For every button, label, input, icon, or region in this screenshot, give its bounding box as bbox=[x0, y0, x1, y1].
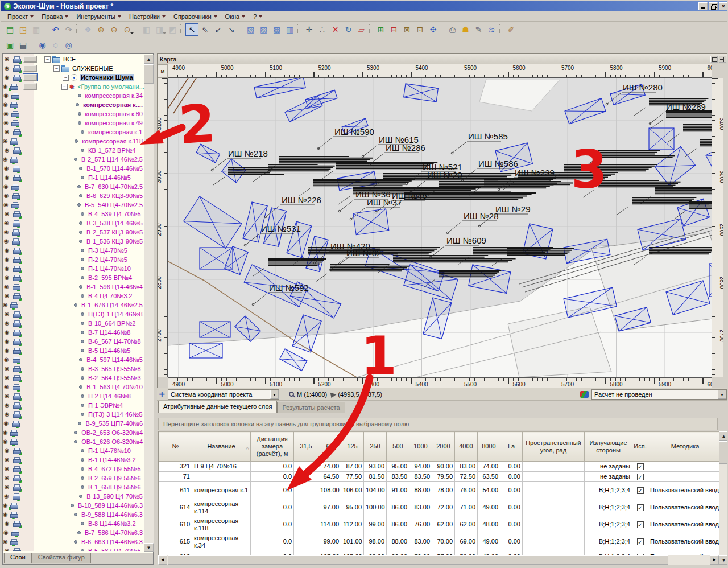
visibility-eye-icon[interactable]: ◉ bbox=[3, 274, 11, 282]
table-cell[interactable]: 94.00 bbox=[410, 462, 432, 472]
table-cell[interactable]: 321 bbox=[159, 462, 192, 472]
tree-scrollbar[interactable]: ▲▼ bbox=[144, 55, 154, 552]
visibility-eye-icon[interactable]: ◉ bbox=[3, 210, 11, 218]
tree-item[interactable]: ◉В-1_570 Ц14-46№5 bbox=[3, 164, 144, 173]
table-row[interactable]: 612компрессорная0.0107.00105.0093.0090.0… bbox=[159, 550, 721, 556]
printer-icon[interactable] bbox=[12, 238, 19, 245]
printer-icon[interactable] bbox=[10, 539, 14, 545]
printer-icon[interactable] bbox=[13, 484, 20, 491]
scroll-up-button[interactable]: ▲ bbox=[144, 55, 154, 64]
visibility-eye-icon[interactable]: ◉ bbox=[3, 219, 10, 227]
node-end-button[interactable]: ⊡ bbox=[413, 23, 427, 36]
tree-item[interactable]: ◉П(ТЗ)-3 Ц14-46№5 bbox=[3, 410, 144, 419]
table-hscrollbar[interactable]: ◄► bbox=[158, 555, 719, 565]
align-nodes-button[interactable]: ∴ bbox=[316, 23, 329, 36]
printer-icon[interactable] bbox=[13, 129, 20, 135]
menu-Правка[interactable]: Правка bbox=[38, 13, 72, 20]
table-cell[interactable]: 64.50 bbox=[318, 472, 341, 482]
table-cell[interactable] bbox=[294, 550, 318, 556]
node-add-button[interactable]: ⊞ bbox=[374, 23, 387, 36]
table-cell[interactable]: П-9 Ц4-70№16 bbox=[192, 472, 251, 482]
tree-item[interactable]: ◉В-9_588 Ц14-46№6.3 bbox=[3, 510, 144, 519]
visibility-eye-icon[interactable]: ◉ bbox=[3, 538, 8, 546]
tree-item[interactable]: ◉компрессорная к.34 bbox=[3, 91, 144, 100]
tree-item[interactable]: ◉В-4 Ц4-70№3.2 bbox=[3, 291, 144, 301]
table-cell[interactable]: Пользовательский ввод bbox=[648, 516, 721, 533]
table-cell[interactable]: 90.00 bbox=[387, 550, 410, 556]
table-cell[interactable]: 87.00 bbox=[341, 462, 364, 472]
table-cell[interactable]: 88.00 bbox=[410, 482, 432, 499]
tree-item[interactable]: ◉В-6_567 Ц4-70№8 bbox=[3, 337, 144, 346]
printer-icon[interactable] bbox=[10, 157, 14, 163]
visibility-eye-icon[interactable]: ◉ bbox=[3, 492, 10, 500]
printer-icon[interactable] bbox=[13, 330, 20, 336]
table-cell[interactable]: 86.00 bbox=[387, 516, 410, 533]
printer-icon[interactable] bbox=[13, 284, 19, 290]
tree-item[interactable]: ◉В-5_540 Ц4-70№2.5 bbox=[3, 200, 144, 209]
edit-polygon-button[interactable]: ▱ bbox=[355, 23, 368, 36]
table-cell[interactable]: 614 bbox=[159, 499, 192, 516]
table-cell[interactable]: 49.00 bbox=[478, 499, 500, 516]
visibility-eye-icon[interactable]: ◉ bbox=[3, 201, 9, 209]
tree-item[interactable]: ◉В-1 Ц14-46№3.2 bbox=[3, 455, 144, 464]
tree-item[interactable]: ◉В-1_596 Ц14-46№4 bbox=[3, 282, 144, 291]
table-cell[interactable]: Пользовательский ввод bbox=[648, 550, 721, 556]
source-area-button[interactable]: ◎ bbox=[62, 39, 75, 51]
visibility-eye-icon[interactable]: ◉ bbox=[3, 520, 11, 528]
printer-icon[interactable] bbox=[13, 393, 20, 400]
rotate-object-button[interactable]: ↻ bbox=[342, 23, 355, 36]
visibility-eye-icon[interactable]: ◉ bbox=[3, 310, 11, 318]
printer-icon[interactable] bbox=[13, 293, 20, 299]
visibility-eye-icon[interactable]: ◉ bbox=[3, 146, 11, 154]
tree-item[interactable]: ◉компрессорная к.118 bbox=[3, 137, 144, 146]
visibility-eye-icon[interactable]: ◉ bbox=[3, 337, 11, 345]
tree-item[interactable]: ◉В-2_595 ВР№4 bbox=[3, 273, 144, 282]
table-cell[interactable]: компрессорная bbox=[192, 550, 251, 556]
pan-button[interactable]: ❖ bbox=[81, 23, 94, 36]
table-cell[interactable] bbox=[648, 462, 721, 472]
printer-icon[interactable] bbox=[13, 411, 20, 418]
printer-icon[interactable] bbox=[11, 93, 17, 99]
node-delete-button[interactable]: ⊟ bbox=[387, 23, 400, 36]
visibility-eye-icon[interactable]: ◉ bbox=[3, 547, 11, 551]
layer-color-swatch[interactable] bbox=[23, 83, 37, 90]
printer-icon[interactable] bbox=[13, 248, 20, 254]
printer-icon[interactable] bbox=[13, 466, 20, 472]
visibility-eye-icon[interactable]: ◉ bbox=[3, 174, 11, 182]
table-cell[interactable]: В;Н;1;2;3;4 bbox=[585, 533, 632, 550]
print-map-button[interactable]: ⎙ bbox=[446, 23, 459, 36]
table-cell[interactable]: компрессорная к.1 bbox=[192, 482, 251, 499]
group-shapes-button[interactable]: ▩ bbox=[270, 23, 283, 36]
scroll-down-button[interactable]: ▼ bbox=[144, 543, 154, 552]
table-cell[interactable]: ✓ bbox=[632, 533, 648, 550]
visibility-eye-icon[interactable]: ◉ bbox=[3, 64, 11, 72]
column-header[interactable]: 63 bbox=[318, 432, 341, 462]
table-cell[interactable]: 0.0 bbox=[251, 533, 294, 550]
column-header[interactable]: 4000 bbox=[455, 432, 478, 462]
printer-icon[interactable] bbox=[13, 275, 20, 281]
visibility-eye-icon[interactable]: ◉ bbox=[3, 292, 11, 300]
tree-expand-box[interactable]: − bbox=[61, 84, 68, 90]
table-cell[interactable]: 83.00 bbox=[455, 462, 478, 472]
table-row[interactable]: 71П-9 Ц4-70№160.064.5077.5081.5083.5083.… bbox=[159, 472, 721, 482]
printer-icon[interactable] bbox=[12, 421, 18, 427]
visibility-eye-icon[interactable]: ◉ bbox=[3, 73, 11, 81]
table-cell[interactable]: 0.0 bbox=[251, 482, 294, 499]
table-cell[interactable] bbox=[294, 499, 318, 516]
table-cell[interactable]: 83.00 bbox=[410, 533, 432, 550]
table-cell[interactable]: 83.50 bbox=[410, 472, 432, 482]
tree-item[interactable]: ◉компрессорная к.1 bbox=[3, 127, 144, 137]
tree-item[interactable]: ◉П-1 Ц4-76№10 bbox=[3, 446, 144, 455]
table-cell[interactable]: 0.00 bbox=[500, 462, 523, 472]
table-cell[interactable]: не заданы bbox=[585, 462, 632, 472]
visibility-eye-icon[interactable]: ◉ bbox=[3, 301, 8, 309]
delete-object-button[interactable]: ✕ bbox=[329, 23, 342, 36]
column-header[interactable]: Исп. bbox=[632, 432, 648, 462]
menu-?[interactable]: ? bbox=[249, 13, 266, 20]
table-vscrollbar[interactable]: ▲▼ bbox=[719, 431, 728, 565]
tree-item[interactable]: ◉В-9_535 ЦП7-40№6 bbox=[3, 419, 144, 428]
visibility-eye-icon[interactable]: ◉ bbox=[3, 92, 9, 100]
printer-icon[interactable] bbox=[10, 102, 15, 108]
printer-icon[interactable] bbox=[13, 475, 20, 481]
table-cell[interactable]: 0.00 bbox=[500, 533, 523, 550]
